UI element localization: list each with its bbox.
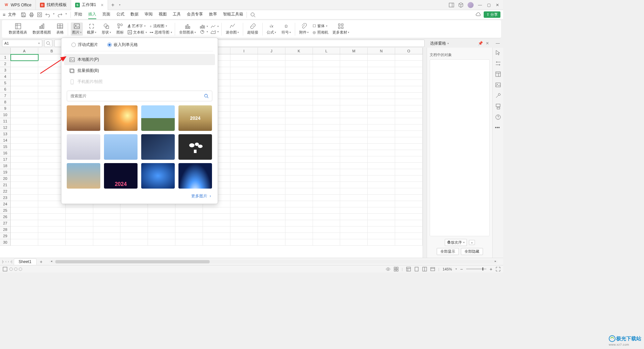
gallery-thumb[interactable] (141, 134, 175, 160)
cell[interactable] (285, 73, 313, 80)
cell[interactable] (11, 144, 38, 150)
split-view-icon[interactable] (422, 267, 427, 271)
cell[interactable] (11, 99, 38, 105)
cell[interactable] (258, 61, 285, 67)
cell[interactable] (148, 227, 175, 233)
cell[interactable] (11, 195, 38, 201)
cell[interactable] (285, 169, 313, 176)
cell[interactable] (285, 182, 313, 188)
cell[interactable] (148, 207, 175, 214)
cell[interactable] (285, 99, 313, 105)
redo-dropdown[interactable]: ▾ (65, 12, 67, 17)
cell[interactable] (313, 169, 340, 176)
window-close-button[interactable]: ✕ (495, 3, 500, 7)
cell[interactable] (11, 137, 38, 144)
search-icon[interactable] (204, 94, 209, 98)
cell[interactable] (230, 124, 258, 131)
cell[interactable] (258, 239, 285, 246)
cell[interactable] (148, 220, 175, 227)
cell[interactable] (368, 105, 395, 112)
cell[interactable] (340, 201, 368, 207)
formula-button[interactable]: √x 公式▾ (265, 22, 277, 36)
gallery-thumb[interactable] (67, 105, 100, 131)
select-all-corner[interactable] (0, 48, 11, 54)
cell[interactable] (340, 214, 368, 220)
cell[interactable] (313, 214, 340, 220)
cell[interactable] (340, 176, 368, 182)
row-header[interactable]: 23 (0, 195, 11, 201)
pivot-chart-button[interactable]: 数据透视图 (31, 22, 52, 36)
cell[interactable] (230, 86, 258, 93)
normal-view-icon[interactable] (406, 267, 411, 271)
image-search-input[interactable] (70, 94, 204, 98)
cell[interactable] (368, 118, 395, 124)
cell[interactable] (175, 233, 203, 239)
cell[interactable] (258, 182, 285, 188)
row-header[interactable]: 14 (0, 137, 11, 144)
image-panel-icon[interactable] (495, 82, 501, 88)
row-header[interactable]: 21 (0, 182, 11, 188)
cell[interactable] (258, 118, 285, 124)
cell[interactable] (11, 176, 38, 182)
row-header[interactable]: 4 (0, 73, 11, 80)
scroll-right-icon[interactable]: ▸ (495, 259, 496, 263)
cell[interactable] (258, 163, 285, 169)
cell[interactable] (340, 150, 368, 156)
row-header[interactable]: 28 (0, 227, 11, 233)
flowchart-button[interactable]: ⬨流程图▾ (150, 23, 172, 29)
cell[interactable] (258, 86, 285, 93)
cell[interactable] (313, 73, 340, 80)
cell[interactable] (368, 124, 395, 131)
close-pane-icon[interactable]: ✕ (486, 41, 489, 46)
gallery-thumb[interactable] (67, 163, 100, 189)
file-menu[interactable]: 文件 (8, 12, 16, 17)
cell[interactable] (258, 73, 285, 80)
attachment-button[interactable]: 附件▾ (298, 22, 310, 36)
cell[interactable] (340, 80, 368, 86)
cell[interactable] (313, 201, 340, 207)
cell[interactable] (93, 227, 121, 233)
cell[interactable] (175, 227, 203, 233)
cell[interactable] (368, 182, 395, 188)
cell[interactable] (230, 163, 258, 169)
cell[interactable] (395, 61, 423, 67)
cell[interactable] (120, 214, 148, 220)
cell[interactable] (203, 227, 230, 233)
cell[interactable] (313, 156, 340, 163)
tab-review[interactable]: 审阅 (145, 10, 153, 19)
cell[interactable] (285, 220, 313, 227)
cell[interactable] (258, 227, 285, 233)
cell[interactable] (230, 201, 258, 207)
row-header[interactable]: 8 (0, 99, 11, 105)
cell[interactable] (395, 93, 423, 99)
picture-button[interactable]: 图片▾ (71, 22, 83, 36)
grid-view-icon[interactable] (394, 267, 398, 271)
gallery-thumb[interactable] (178, 163, 212, 189)
col-header[interactable]: L (313, 48, 340, 54)
textbox-button[interactable]: A文本框▾ (128, 30, 147, 35)
cell[interactable] (340, 188, 368, 195)
gallery-thumb[interactable]: 2024 (104, 163, 138, 189)
cell[interactable] (340, 156, 368, 163)
cell[interactable] (395, 233, 423, 239)
collapse-sidebar-button[interactable]: — (495, 41, 500, 46)
layout-icon[interactable] (495, 71, 501, 77)
object-button[interactable]: ☐窗体▾ (313, 23, 328, 29)
cell[interactable] (258, 54, 285, 61)
icon-button[interactable]: 图标 (115, 22, 125, 36)
cell[interactable] (340, 163, 368, 169)
col-header[interactable]: J (258, 48, 285, 54)
cell[interactable] (340, 99, 368, 105)
row-header[interactable]: 3 (0, 67, 11, 73)
cell[interactable] (203, 239, 230, 246)
line-chart-button[interactable]: ▾ (211, 24, 219, 29)
cell[interactable] (313, 105, 340, 112)
row-header[interactable]: 30 (0, 239, 11, 246)
cell[interactable] (340, 67, 368, 73)
cell[interactable] (11, 220, 38, 227)
cell[interactable] (340, 220, 368, 227)
cell[interactable] (313, 188, 340, 195)
row-header[interactable]: 17 (0, 156, 11, 163)
cell[interactable] (230, 112, 258, 118)
row-header[interactable]: 7 (0, 93, 11, 99)
